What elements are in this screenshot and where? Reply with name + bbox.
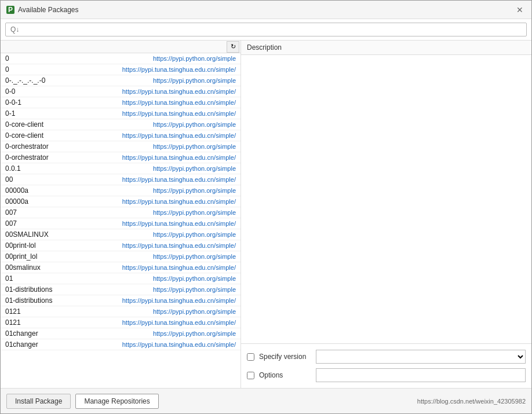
install-package-button[interactable]: Install Package	[6, 394, 71, 409]
package-source: https://pypi.tuna.tsinghua.edu.cn/simple…	[122, 66, 236, 73]
title-bar: P Available Packages ✕	[1, 1, 531, 19]
window-title: Available Packages	[18, 6, 79, 14]
version-select[interactable]: latest 1.0 2.0	[316, 350, 526, 364]
package-name: 00000a	[5, 186, 28, 195]
package-row[interactable]: 0-0https://pypi.tuna.tsinghua.edu.cn/sim…	[1, 86, 241, 97]
package-name: 0121	[5, 318, 21, 327]
package-source: https://pypi.tuna.tsinghua.edu.cn/simple…	[122, 264, 236, 271]
package-name: 007	[5, 208, 17, 217]
close-button[interactable]: ✕	[514, 4, 526, 16]
package-name: 0-1	[5, 109, 15, 118]
package-row[interactable]: 01-distributionshttps://pypi.tuna.tsingh…	[1, 295, 241, 306]
package-row[interactable]: 0-1https://pypi.tuna.tsinghua.edu.cn/sim…	[1, 108, 241, 119]
package-source: https://pypi.python.org/simple	[153, 275, 236, 282]
package-source: https://pypi.python.org/simple	[153, 143, 236, 150]
package-name: 00SMALINUX	[5, 230, 49, 239]
package-row[interactable]: 01https://pypi.python.org/simple	[1, 273, 241, 284]
package-source: https://pypi.tuna.tsinghua.edu.cn/simple…	[122, 110, 236, 117]
package-name: 01-distributions	[5, 296, 52, 305]
package-name: 0-core-client	[5, 131, 43, 140]
package-source: https://pypi.python.org/simple	[153, 55, 236, 62]
package-row[interactable]: 0121https://pypi.python.org/simple	[1, 306, 241, 317]
package-name: 0-core-client	[5, 120, 43, 129]
package-row[interactable]: 0-0-1https://pypi.tuna.tsinghua.edu.cn/s…	[1, 97, 241, 108]
package-name: 0121	[5, 307, 21, 316]
specify-version-checkbox[interactable]	[247, 353, 254, 361]
package-source: https://pypi.tuna.tsinghua.edu.cn/simple…	[122, 297, 236, 304]
app-icon: P	[6, 6, 14, 14]
package-row[interactable]: 00SMALINUXhttps://pypi.python.org/simple	[1, 229, 241, 240]
package-name: 0-orchestrator	[5, 153, 49, 162]
options-row: Options	[247, 368, 526, 382]
specify-version-label: Specify version	[259, 353, 311, 361]
package-source: https://pypi.python.org/simple	[153, 187, 236, 194]
bottom-buttons: Install Package Manage Repositories	[6, 394, 159, 409]
package-name: 0	[5, 65, 9, 74]
package-source: https://pypi.python.org/simple	[153, 77, 236, 84]
package-row[interactable]: 00smalinuxhttps://pypi.tuna.tsinghua.edu…	[1, 262, 241, 273]
package-row[interactable]: 0-core-clienthttps://pypi.python.org/sim…	[1, 119, 241, 130]
specify-version-row: Specify version latest 1.0 2.0	[247, 350, 526, 364]
package-source: https://pypi.tuna.tsinghua.edu.cn/simple…	[122, 341, 236, 348]
package-table: 0https://pypi.python.org/simple0https://…	[1, 53, 241, 388]
package-name: 01changer	[5, 329, 38, 338]
package-source: https://pypi.python.org/simple	[153, 231, 236, 238]
search-input[interactable]	[5, 23, 527, 36]
package-name: 0-0	[5, 87, 15, 96]
search-bar	[1, 19, 531, 41]
package-row[interactable]: 007https://pypi.python.org/simple	[1, 207, 241, 218]
package-name: 00smalinux	[5, 263, 41, 272]
package-row[interactable]: 00print-lolhttps://pypi.tuna.tsinghua.ed…	[1, 240, 241, 251]
title-bar-left: P Available Packages	[6, 6, 79, 14]
package-source: https://pypi.python.org/simple	[153, 308, 236, 315]
package-name: 01changer	[5, 340, 38, 349]
package-name: 0	[5, 54, 9, 63]
package-source: https://pypi.tuna.tsinghua.edu.cn/simple…	[122, 319, 236, 326]
package-list-section: ↻ 0https://pypi.python.org/simple0https:…	[1, 41, 241, 388]
package-source: https://pypi.tuna.tsinghua.edu.cn/simple…	[122, 220, 236, 227]
package-source: https://pypi.tuna.tsinghua.edu.cn/simple…	[122, 88, 236, 95]
options-section: Specify version latest 1.0 2.0 Options	[241, 343, 531, 388]
package-row[interactable]: 0.0.1https://pypi.python.org/simple	[1, 163, 241, 174]
package-name: 007	[5, 219, 17, 228]
options-label: Options	[259, 371, 311, 379]
package-row[interactable]: 0https://pypi.python.org/simple	[1, 53, 241, 64]
package-source: https://pypi.tuna.tsinghua.edu.cn/simple…	[122, 99, 236, 106]
manage-repositories-button[interactable]: Manage Repositories	[75, 394, 158, 409]
description-header: Description	[241, 41, 531, 55]
package-row[interactable]: 0-core-clienthttps://pypi.tuna.tsinghua.…	[1, 130, 241, 141]
package-source: https://pypi.tuna.tsinghua.edu.cn/simple…	[122, 198, 236, 205]
package-row[interactable]: 0121https://pypi.tuna.tsinghua.edu.cn/si…	[1, 317, 241, 328]
package-row[interactable]: 007https://pypi.tuna.tsinghua.edu.cn/sim…	[1, 218, 241, 229]
package-name: 00print_lol	[5, 252, 37, 261]
package-name: 01-distributions	[5, 285, 52, 294]
package-row[interactable]: 0-orchestratorhttps://pypi.tuna.tsinghua…	[1, 152, 241, 163]
package-source: https://pypi.python.org/simple	[153, 121, 236, 128]
package-row[interactable]: 0-._.-._.-._.-0https://pypi.python.org/s…	[1, 75, 241, 86]
package-name: 00	[5, 175, 13, 184]
package-row[interactable]: 00000ahttps://pypi.tuna.tsinghua.edu.cn/…	[1, 196, 241, 207]
options-checkbox[interactable]	[247, 372, 254, 379]
package-source: https://pypi.python.org/simple	[153, 209, 236, 216]
package-source: https://pypi.tuna.tsinghua.edu.cn/simple…	[122, 176, 236, 183]
package-source: https://pypi.python.org/simple	[153, 165, 236, 172]
package-row[interactable]: 00000ahttps://pypi.python.org/simple	[1, 185, 241, 196]
package-name: 01	[5, 274, 13, 283]
content-area: ↻ 0https://pypi.python.org/simple0https:…	[1, 41, 531, 388]
package-source: https://pypi.tuna.tsinghua.edu.cn/simple…	[122, 132, 236, 139]
package-row[interactable]: 00print_lolhttps://pypi.python.org/simpl…	[1, 251, 241, 262]
package-row[interactable]: 01changerhttps://pypi.tuna.tsinghua.edu.…	[1, 339, 241, 350]
package-row[interactable]: 01changerhttps://pypi.python.org/simple	[1, 328, 241, 339]
package-source: https://pypi.tuna.tsinghua.edu.cn/simple…	[122, 154, 236, 161]
right-panel: Description Specify version latest 1.0 2…	[241, 41, 531, 388]
package-row[interactable]: 0https://pypi.tuna.tsinghua.edu.cn/simpl…	[1, 64, 241, 75]
package-row[interactable]: 00https://pypi.tuna.tsinghua.edu.cn/simp…	[1, 174, 241, 185]
refresh-button[interactable]: ↻	[227, 41, 239, 53]
package-source: https://pypi.python.org/simple	[153, 330, 236, 337]
options-text-input[interactable]	[316, 368, 526, 382]
package-row[interactable]: 0-orchestratorhttps://pypi.python.org/si…	[1, 141, 241, 152]
description-section: Description	[241, 41, 531, 343]
package-name: 0-._.-._.-._.-0	[5, 76, 45, 85]
package-row[interactable]: 01-distributionshttps://pypi.python.org/…	[1, 284, 241, 295]
main-window: P Available Packages ✕ ↻ 0https://pypi.p…	[0, 0, 532, 414]
